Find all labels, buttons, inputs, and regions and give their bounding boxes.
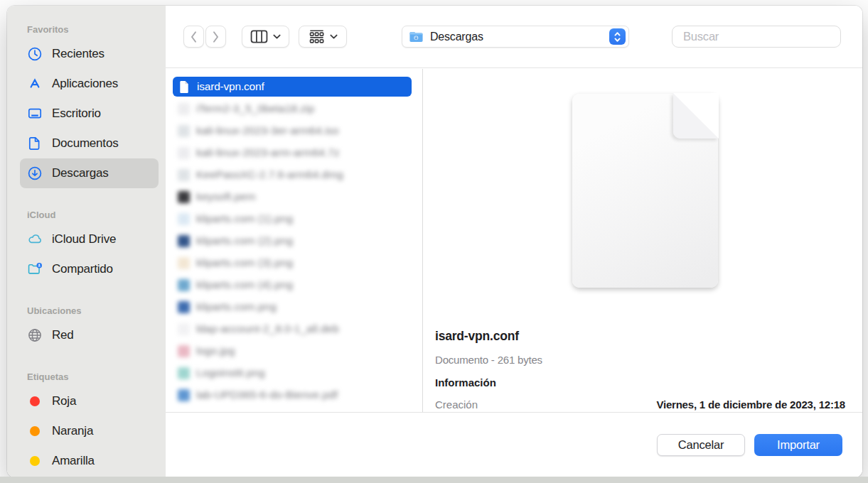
file-row[interactable]: kliparts.com.png [173, 297, 412, 317]
sidebar-item-recientes[interactable]: Recientes [20, 39, 159, 69]
preview-pane: isard-vpn.conf Documento - 261 bytes Inf… [423, 69, 862, 412]
cancel-button[interactable]: Cancelar [657, 434, 745, 456]
sidebar-item-tag-naranja[interactable]: Naranja [20, 416, 159, 446]
file-name: kliparts.com (4).png [196, 278, 293, 291]
file-row[interactable]: kali-linux-2023-3er-arm64.iso [173, 121, 412, 141]
toolbar: Descargas [166, 6, 862, 68]
chevron-down-icon [273, 34, 281, 40]
preview-file-meta: Documento - 261 bytes [435, 354, 542, 366]
sidebar: Favoritos Recientes Aplicaciones Escrito… [7, 6, 166, 477]
file-icon [178, 80, 191, 94]
file-row[interactable]: kliparts.com (1).png [173, 209, 412, 229]
sidebar-item-label: Roja [52, 394, 76, 408]
file-icon [178, 235, 190, 247]
location-label: Descargas [430, 31, 603, 43]
file-row[interactable]: kliparts.com (4).png [173, 275, 412, 295]
globe-icon [27, 327, 43, 343]
file-name: kali-linux-2023-3er-arm64.iso [196, 124, 339, 137]
file-icon [178, 147, 190, 159]
preview-file-name: isard-vpn.conf [435, 329, 519, 344]
chevron-right-icon [212, 31, 220, 43]
sidebar-item-documentos[interactable]: Documentos [20, 129, 159, 158]
downloads-folder-icon [409, 31, 424, 43]
footer: Cancelar Importar [166, 412, 862, 477]
file-icon [178, 279, 190, 291]
file-name: keysoft.pem [196, 190, 256, 203]
sidebar-section-ubicaciones: Ubicaciones [27, 305, 159, 316]
file-icon [178, 191, 190, 203]
sidebar-section-favoritos: Favoritos [27, 24, 159, 35]
file-row[interactable]: logo.jpg [173, 341, 412, 361]
sidebar-item-icloud-drive[interactable]: iCloud Drive [20, 224, 159, 254]
chevron-down-icon [330, 34, 338, 40]
forward-button[interactable] [205, 26, 226, 48]
sidebar-item-tag-roja[interactable]: Roja [20, 386, 159, 416]
file-row[interactable]: kliparts.com (2).png [173, 231, 412, 251]
creation-label: Creación [435, 398, 478, 411]
sidebar-item-aplicaciones[interactable]: Aplicaciones [20, 69, 159, 99]
file-name: kliparts.com (2).png [196, 234, 293, 247]
preview-section-title: Información [435, 376, 496, 389]
file-icon [178, 169, 190, 181]
file-row[interactable]: Logoinstit.png [173, 363, 412, 383]
sidebar-item-label: Naranja [52, 424, 93, 438]
group-view-icon [309, 29, 325, 45]
file-name: KeePassXC-2.7.6-arm64.dmg [196, 168, 343, 181]
desktop-icon [27, 106, 43, 121]
back-button[interactable] [183, 26, 204, 48]
preview-creation-row: Creación Viernes, 1 de diciembre de 2023… [435, 398, 845, 411]
file-icon [178, 301, 190, 313]
file-row[interactable]: iTerm2-3_5_0beta18.zip [173, 99, 412, 119]
file-icon [178, 389, 190, 401]
sidebar-item-label: Descargas [52, 166, 108, 180]
document-icon [27, 136, 43, 151]
file-name: kliparts.com (1).png [196, 212, 293, 225]
file-icon [178, 213, 190, 225]
sidebar-section-icloud: iCloud [27, 210, 159, 220]
clock-icon [27, 46, 43, 62]
sidebar-item-label: Documentos [52, 136, 118, 151]
screen: Favoritos Recientes Aplicaciones Escrito… [0, 0, 868, 483]
sidebar-item-red[interactable]: Red [20, 320, 159, 350]
download-circle-icon [27, 165, 43, 181]
sidebar-section-etiquetas: Etiquetas [27, 371, 159, 382]
sidebar-item-label: Recientes [52, 47, 105, 61]
file-list: isard-vpn.conf iTerm2-3_5_0beta18.zip ka… [166, 69, 422, 412]
import-button[interactable]: Importar [754, 434, 842, 456]
file-row[interactable]: KeePassXC-2.7.6-arm64.dmg [173, 165, 412, 185]
file-icon [178, 125, 190, 137]
view-mode-button[interactable] [242, 26, 289, 48]
finder-import-dialog: Favoritos Recientes Aplicaciones Escrito… [7, 6, 862, 477]
shared-folder-icon [27, 261, 43, 277]
file-icon [178, 257, 190, 269]
yellow-tag-icon [30, 456, 40, 466]
file-name: lab-UPD365-6-do-Bienve.pdf [196, 389, 338, 401]
chevron-left-icon [190, 31, 198, 43]
file-name: kliparts.com (3).png [196, 256, 293, 269]
sidebar-item-tag-amarilla[interactable]: Amarilla [20, 446, 159, 476]
search-input[interactable] [683, 30, 840, 43]
file-row-selected[interactable]: isard-vpn.conf [173, 77, 412, 97]
file-icon [178, 345, 190, 357]
sidebar-item-label: Aplicaciones [52, 77, 118, 91]
file-name: Logoinstit.png [196, 367, 265, 379]
sidebar-item-descargas[interactable]: Descargas [20, 158, 159, 188]
sidebar-item-escritorio[interactable]: Escritorio [20, 99, 159, 129]
file-icon [178, 323, 190, 335]
file-row[interactable]: keysoft.pem [173, 187, 412, 207]
document-preview-icon [572, 94, 718, 288]
file-name: logo.jpg [196, 344, 235, 357]
sidebar-item-compartido[interactable]: Compartido [20, 254, 159, 284]
file-name: isard-vpn.conf [197, 80, 264, 93]
file-row[interactable]: lab-UPD365-6-do-Bienve.pdf [173, 385, 412, 405]
file-row[interactable]: ldap-account-2_8.0-1_all.deb [173, 319, 412, 339]
group-by-button[interactable] [299, 26, 347, 48]
file-name: kali-linux-2023-arm-arm64.7z [196, 146, 340, 159]
orange-tag-icon [30, 426, 40, 436]
file-name: kliparts.com.png [196, 300, 277, 313]
background-strip [0, 477, 868, 483]
file-row[interactable]: kliparts.com (3).png [173, 253, 412, 273]
file-name: iTerm2-3_5_0beta18.zip [196, 102, 314, 115]
location-dropdown[interactable]: Descargas [402, 26, 629, 48]
file-row[interactable]: kali-linux-2023-arm-arm64.7z [173, 143, 412, 163]
